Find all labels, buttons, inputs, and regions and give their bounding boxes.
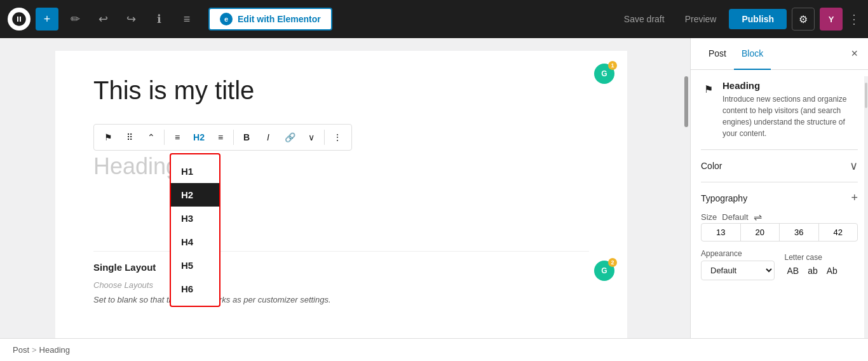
sidebar-block-header: ⚑ Heading Introduce new sections and org…	[701, 80, 858, 139]
tab-block[interactable]: Block	[734, 38, 771, 70]
sidebar-tabs: Post Block ×	[691, 38, 868, 70]
publish-button[interactable]: Publish	[729, 9, 787, 29]
choose-layouts-label: Choose Layouts	[93, 280, 589, 290]
scrollbar-thumb[interactable]	[684, 76, 688, 127]
size-boxes: 13 20 36 42	[701, 223, 858, 242]
color-section-header[interactable]: Color ∨	[701, 159, 858, 173]
color-section-chevron-icon: ∨	[850, 159, 858, 173]
heading-h3-option[interactable]: H3	[171, 207, 219, 230]
more-options-icon[interactable]: ⋮	[848, 11, 860, 27]
letter-case-uppercase-button[interactable]: AB	[785, 264, 802, 277]
letter-case-capitalize-button[interactable]: Ab	[824, 264, 840, 277]
size-box-13[interactable]: 13	[702, 224, 741, 241]
main-area: G 1 This is my title ⚑ ⠿ ⌃ ≡ H2 ≡ B I 🔗 …	[0, 38, 868, 338]
sidebar-block-desc: Introduce new sections and organize cont…	[722, 93, 858, 139]
editor-content: G 1 This is my title ⚑ ⠿ ⌃ ≡ H2 ≡ B I 🔗 …	[55, 51, 627, 338]
block-drag-icon[interactable]: ⠿	[119, 127, 140, 147]
size-box-36[interactable]: 36	[780, 224, 819, 241]
heading-h1-option[interactable]: H1	[171, 160, 219, 183]
elementor-logo-icon: e	[220, 13, 233, 25]
typography-section-header[interactable]: Typography +	[701, 191, 858, 205]
typography-section: Typography + Size Default ⇌ 13 20 36 42	[701, 182, 858, 289]
grammarly-badge-2[interactable]: G 2	[594, 261, 614, 281]
edit-with-elementor-button[interactable]: e Edit with Elementor	[208, 8, 332, 31]
appearance-select[interactable]: Default	[701, 261, 775, 280]
appearance-row: Appearance Default Letter case AB ab Ab	[701, 249, 858, 280]
heading-h4-option[interactable]: H4	[171, 230, 219, 254]
settings-icon[interactable]: ⚙	[792, 8, 815, 31]
letter-case-lowercase-button[interactable]: ab	[805, 264, 820, 277]
sidebar-close-button[interactable]: ×	[851, 38, 858, 69]
sidebar-block-title: Heading	[722, 80, 858, 91]
tools-icon[interactable]: ✏	[64, 8, 86, 31]
block-bookmark-icon[interactable]: ⚑	[98, 127, 118, 147]
more-rich-text-icon[interactable]: ∨	[301, 127, 322, 147]
undo-icon[interactable]: ↩	[92, 8, 114, 31]
heading-h2-option[interactable]: H2	[171, 183, 219, 207]
right-sidebar: Post Block × ⚑ Heading Introduce new sec…	[690, 38, 868, 338]
grammarly-notif-1: 1	[608, 61, 617, 70]
info-icon[interactable]: ℹ	[147, 8, 170, 31]
tab-post[interactable]: Post	[701, 38, 734, 70]
preview-button[interactable]: Preview	[677, 9, 724, 29]
single-layout-section: Single Layout Choose Layouts Set to blan…	[93, 251, 589, 304]
block-align-text-icon[interactable]: ≡	[210, 127, 231, 147]
status-bar: Post > Heading	[0, 338, 868, 361]
size-label: Size	[701, 212, 717, 222]
list-view-icon[interactable]: ≡	[175, 8, 198, 31]
wp-logo-icon[interactable]	[8, 8, 31, 31]
breadcrumb-heading[interactable]: Heading	[39, 345, 70, 355]
heading-block-icon: ⚑	[701, 81, 716, 97]
grammarly-badge-1[interactable]: G 1	[594, 64, 614, 84]
size-box-42[interactable]: 42	[819, 224, 858, 241]
heading-placeholder[interactable]: Heading	[93, 153, 589, 180]
link-icon[interactable]: 🔗	[280, 127, 300, 147]
block-toolbar: ⚑ ⠿ ⌃ ≡ H2 ≡ B I 🔗 ∨ ⋮	[93, 124, 352, 151]
save-draft-button[interactable]: Save draft	[616, 9, 672, 29]
heading-block: Heading H1 H2 H3 H4 H5 H6	[93, 153, 589, 180]
letter-case-buttons: AB ab Ab	[785, 264, 858, 277]
editor-area: G 1 This is my title ⚑ ⠿ ⌃ ≡ H2 ≡ B I 🔗 …	[0, 38, 682, 338]
top-bar-right-actions: Save draft Preview Publish ⚙ Y ⋮	[616, 8, 860, 31]
sidebar-scrollbar[interactable]	[864, 76, 868, 338]
heading-level-button[interactable]: H2	[189, 127, 209, 147]
block-align-icon[interactable]: ≡	[167, 127, 187, 147]
breadcrumb-separator: >	[32, 345, 37, 355]
redo-icon[interactable]: ↪	[119, 8, 142, 31]
color-section: Color ∨	[701, 149, 858, 182]
typography-section-title: Typography	[701, 193, 747, 203]
block-move-up-icon[interactable]: ⌃	[141, 127, 161, 147]
heading-level-dropdown: H1 H2 H3 H4 H5 H6	[170, 153, 220, 307]
block-more-options-icon[interactable]: ⋮	[327, 127, 348, 147]
size-box-20[interactable]: 20	[741, 224, 780, 241]
size-default-value: Default	[722, 212, 748, 222]
sidebar-scrollbar-thumb[interactable]	[865, 83, 867, 108]
appearance-label: Appearance	[701, 249, 775, 258]
single-layout-title: Single Layout	[93, 262, 589, 273]
post-title[interactable]: This is my title	[93, 76, 589, 105]
size-filter-icon[interactable]: ⇌	[754, 211, 762, 223]
heading-h5-option[interactable]: H5	[171, 254, 219, 277]
bold-button[interactable]: B	[236, 127, 257, 147]
editor-scrollbar[interactable]	[682, 38, 690, 338]
heading-h6-option[interactable]: H6	[171, 277, 219, 301]
sidebar-content: ⚑ Heading Introduce new sections and org…	[691, 70, 868, 338]
top-toolbar: + ✏ ↩ ↪ ℹ ≡ e Edit with Elementor Save d…	[0, 0, 868, 38]
choose-layouts-desc: Set to blank so that the layouts works a…	[93, 295, 589, 304]
yoast-icon[interactable]: Y	[820, 8, 843, 31]
add-block-toolbar-button[interactable]: +	[36, 8, 58, 31]
typography-section-plus-icon: +	[851, 191, 858, 205]
letter-case-label: Letter case	[785, 253, 858, 262]
grammarly-notif-2: 2	[608, 258, 617, 267]
size-row: Size Default ⇌	[701, 211, 858, 223]
color-section-title: Color	[701, 161, 722, 171]
italic-button[interactable]: I	[258, 127, 278, 147]
breadcrumb-post[interactable]: Post	[13, 345, 29, 355]
